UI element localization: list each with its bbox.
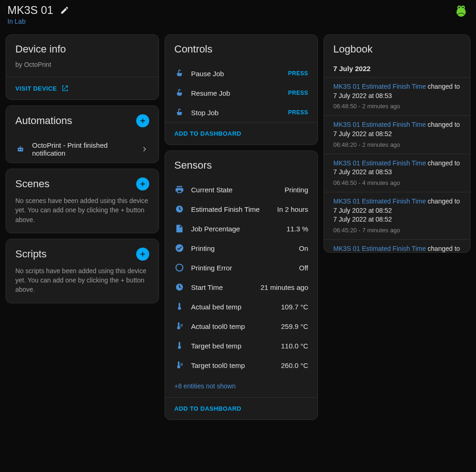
printer-icon: [174, 184, 185, 195]
scripts-card: Scripts No scripts have been added using…: [6, 239, 159, 303]
controls-add-to-dashboard-button[interactable]: ADD TO DASHBOARD: [165, 123, 317, 144]
add-automation-button[interactable]: [136, 114, 149, 127]
sensor-value: Printing: [284, 186, 308, 194]
edit-icon[interactable]: [60, 6, 69, 15]
file-icon: [174, 223, 185, 234]
sensor-label: Actual bed temp: [191, 303, 241, 311]
thermo-icon: [174, 341, 185, 351]
sensor-label: Estimated Finish Time: [191, 205, 260, 213]
automation-label: OctoPrint - Print finished notification: [32, 141, 133, 157]
log-entity-link[interactable]: MK3S 01 Estimated Finish Time: [333, 83, 426, 90]
log-entity-link[interactable]: MK3S 01 Estimated Finish Time: [333, 121, 426, 128]
sensor-row[interactable]: Current StatePrinting: [165, 180, 317, 199]
logbook-entry[interactable]: MK3S 01 Estimated Finish Time changed to: [324, 239, 470, 252]
sensor-row[interactable]: Actual tool0 temp259.9 °C: [165, 316, 317, 336]
automation-item[interactable]: OctoPrint - Print finished notification: [6, 136, 159, 163]
check-icon: [174, 243, 185, 253]
chevron-right-icon: [140, 144, 149, 154]
log-when: 06:46:50 - 4 minutes ago: [333, 179, 461, 187]
sensor-label: Actual tool0 temp: [191, 322, 245, 330]
press-button[interactable]: PRESS: [288, 90, 308, 96]
device-info-title: Device info: [15, 43, 149, 55]
gesture-tap-icon: [174, 88, 185, 98]
logbook-date: 7 July 2022: [324, 58, 470, 77]
scenes-card: Scenes No scenes have been added using t…: [6, 169, 159, 233]
thermo-icon: [174, 302, 185, 312]
sensor-value: 109.7 °C: [281, 303, 308, 311]
svg-point-10: [463, 7, 464, 8]
automations-card: Automations OctoPrint - Print finished n…: [6, 105, 159, 163]
sensor-value: In 2 hours: [277, 205, 308, 213]
page-header: MK3S 01 In Lab: [6, 4, 470, 29]
log-entity-link[interactable]: MK3S 01 Estimated Finish Time: [333, 245, 426, 252]
sensor-label: Target bed temp: [191, 342, 241, 350]
sensor-row[interactable]: Actual bed temp109.7 °C: [165, 297, 317, 316]
sensor-row[interactable]: PrintingOn: [165, 238, 317, 258]
sensor-row[interactable]: Target tool0 temp260.0 °C: [165, 355, 317, 375]
sensor-row[interactable]: Job Percentage11.3 %: [165, 219, 317, 238]
press-button[interactable]: PRESS: [288, 109, 308, 116]
log-value: 7 July 2022 at 08:52: [333, 206, 461, 216]
device-info-card: Device info by OctoPrint VISIT DEVICE: [6, 34, 159, 100]
logbook-card: Logbook 7 July 2022 MK3S 01 Estimated Fi…: [324, 34, 470, 253]
sensor-row[interactable]: Printing ErrorOff: [165, 258, 317, 277]
area-link[interactable]: In Lab: [7, 18, 69, 25]
log-when: 06:45:20 - 7 minutes ago: [333, 226, 461, 235]
logbook-scroll[interactable]: 7 July 2022 MK3S 01 Estimated Finish Tim…: [324, 58, 470, 252]
controls-title: Controls: [174, 43, 308, 55]
log-value: 7 July 2022 at 08:53: [333, 92, 461, 101]
control-label: Pause Job: [191, 70, 224, 78]
sensor-label: Printing: [191, 244, 215, 252]
sensors-title: Sensors: [174, 159, 308, 171]
sensor-row[interactable]: Estimated Finish TimeIn 2 hours: [165, 199, 317, 219]
gesture-tap-icon: [174, 68, 185, 79]
scenes-empty-text: No scenes have been added using this dev…: [15, 196, 149, 224]
control-row: Resume JobPRESS: [165, 83, 317, 103]
control-label: Stop Job: [191, 109, 218, 117]
press-button[interactable]: PRESS: [288, 70, 308, 77]
add-scene-button[interactable]: [136, 177, 149, 190]
logbook-entry[interactable]: MK3S 01 Estimated Finish Time changed to…: [324, 115, 470, 153]
svg-point-9: [459, 7, 460, 8]
control-label: Resume Job: [191, 89, 230, 97]
sensor-value: On: [299, 244, 308, 252]
sensor-value: 21 minutes ago: [260, 283, 308, 291]
clock-icon: [174, 204, 185, 214]
logbook-entry[interactable]: MK3S 01 Estimated Finish Time changed to…: [324, 154, 470, 192]
log-entity-link[interactable]: MK3S 01 Estimated Finish Time: [333, 197, 426, 205]
log-value: 7 July 2022 at 08:53: [333, 168, 461, 177]
logbook-entry[interactable]: MK3S 01 Estimated Finish Time changed to…: [324, 77, 470, 115]
control-row: Pause JobPRESS: [165, 64, 317, 83]
gesture-tap-icon: [174, 107, 185, 118]
controls-card: Controls Pause JobPRESSResume JobPRESSSt…: [165, 34, 318, 145]
robot-icon: [15, 144, 26, 154]
log-value: 7 July 2022 at 08:52: [333, 130, 461, 139]
logbook-entry[interactable]: MK3S 01 Estimated Finish Time changed to…: [324, 192, 470, 239]
add-script-button[interactable]: [136, 248, 149, 261]
thermo-hot-icon: [174, 360, 185, 370]
scenes-title: Scenes: [15, 178, 49, 190]
log-value: 7 July 2022 at 08:52: [333, 215, 461, 224]
sensor-value: 11.3 %: [286, 225, 308, 233]
sensors-card: Sensors Current StatePrintingEstimated F…: [165, 151, 318, 420]
more-entities-link[interactable]: +8 entities not shown: [165, 375, 317, 397]
sensor-label: Job Percentage: [191, 225, 240, 233]
thermo-hot-icon: [174, 321, 185, 331]
visit-device-label: VISIT DEVICE: [15, 85, 57, 92]
visit-device-button[interactable]: VISIT DEVICE: [6, 77, 159, 99]
log-when: 06:48:50 - 2 minutes ago: [333, 102, 461, 111]
automations-title: Automations: [15, 115, 72, 127]
svg-point-6: [456, 7, 466, 17]
title-block: MK3S 01 In Lab: [7, 4, 69, 25]
sensor-row[interactable]: Target bed temp110.0 °C: [165, 336, 317, 355]
sensor-value: Off: [299, 264, 308, 272]
scripts-empty-text: No scripts have been added using this de…: [15, 266, 149, 295]
log-when: 06:48:20 - 2 minutes ago: [333, 141, 461, 149]
scripts-title: Scripts: [15, 248, 46, 260]
log-entity-link[interactable]: MK3S 01 Estimated Finish Time: [333, 159, 426, 167]
sensor-value: 110.0 °C: [281, 342, 308, 350]
sensor-value: 259.9 °C: [281, 322, 308, 330]
sensor-row[interactable]: Start Time21 minutes ago: [165, 277, 317, 297]
sensor-label: Printing Error: [191, 264, 232, 272]
sensors-add-to-dashboard-button[interactable]: ADD TO DASHBOARD: [165, 398, 317, 420]
